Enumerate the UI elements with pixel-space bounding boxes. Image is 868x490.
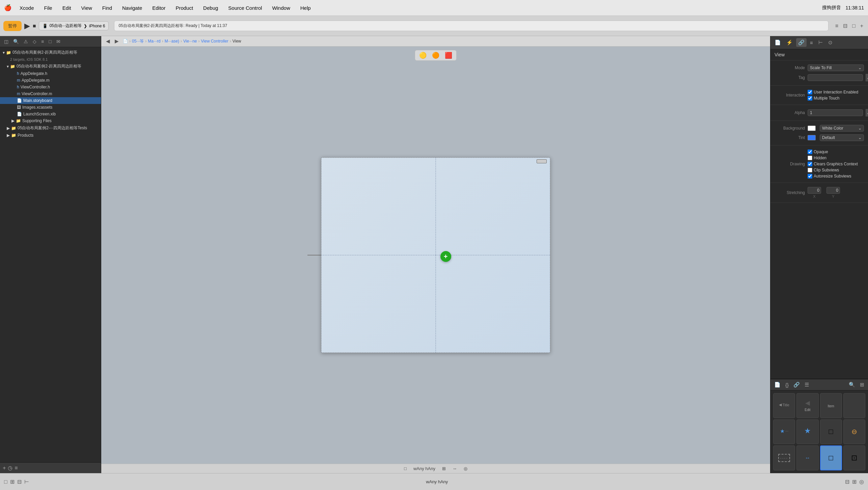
sidebar-warn-btn[interactable]: ⚠: [22, 38, 29, 45]
background-color-swatch[interactable]: [808, 126, 816, 131]
library-item-title[interactable]: ◀Title: [773, 393, 795, 418]
sidebar-search-btn[interactable]: 🔍: [12, 38, 20, 45]
sidebar-breakpoint-btn[interactable]: ◇: [31, 38, 38, 45]
menu-xcode[interactable]: Xcode: [18, 4, 36, 12]
inspector-tab-identity[interactable]: 🔗: [796, 38, 807, 47]
sidebar-report-btn[interactable]: ≡: [40, 38, 45, 45]
phone-frame[interactable]: +: [321, 157, 550, 353]
sidebar-navigator-btn[interactable]: ◫: [3, 38, 10, 45]
library-item-arrows[interactable]: ↔: [796, 445, 818, 470]
nav-back-button[interactable]: ◀: [104, 37, 112, 45]
opaque-checkbox[interactable]: [808, 149, 812, 154]
constraint-button[interactable]: ↔: [453, 466, 457, 471]
library-filter-button[interactable]: 🔍: [847, 381, 857, 389]
inspector-tab-file[interactable]: 📄: [772, 38, 783, 47]
tint-color-swatch[interactable]: [808, 135, 816, 140]
menu-navigate[interactable]: Navigate: [120, 4, 144, 12]
apple-menu[interactable]: 🍎: [4, 4, 11, 11]
inspector-tab-quick[interactable]: ⚡: [784, 38, 795, 47]
library-item-selected[interactable]: □: [820, 445, 842, 470]
library-zoom-button[interactable]: ⊞: [858, 381, 866, 389]
sidebar-thread-btn[interactable]: □: [47, 38, 53, 45]
menu-edit[interactable]: Edit: [60, 4, 73, 12]
canvas-icon-1[interactable]: 🟡: [419, 52, 427, 59]
library-item-stars[interactable]: ★ ···: [773, 419, 795, 444]
menu-help[interactable]: Help: [298, 4, 313, 12]
status-navigator-btn[interactable]: □: [4, 479, 7, 485]
hidden-checkbox[interactable]: [808, 156, 812, 160]
library-item-item[interactable]: Item: [820, 393, 842, 418]
utilities-toggle[interactable]: □: [851, 22, 857, 30]
sidebar-item-appdelegate-h[interactable]: h AppDelegate.h: [0, 70, 101, 77]
library-tab-file[interactable]: 📄: [772, 381, 782, 389]
library-item-blank1[interactable]: [843, 393, 865, 418]
library-item-blank3[interactable]: ⊡: [843, 445, 865, 470]
menu-product[interactable]: Product: [173, 4, 195, 12]
scheme-selector[interactable]: 📱 05自动···边距相等 ❯ iPhone 6: [39, 21, 109, 30]
alpha-stepper-up[interactable]: ▲: [866, 109, 868, 116]
add-file-button[interactable]: +: [3, 465, 6, 471]
clears-graphics-checkbox[interactable]: [808, 162, 812, 166]
zoom-button[interactable]: ◎: [464, 466, 467, 471]
mode-dropdown[interactable]: Scale To Fill ⌄: [808, 64, 864, 71]
library-item-back[interactable]: ◀ Edit: [796, 393, 818, 418]
library-item-star[interactable]: ★: [796, 419, 818, 444]
menu-view[interactable]: View: [79, 4, 94, 12]
menu-editor[interactable]: Editor: [150, 4, 167, 12]
layout-button[interactable]: ⊞: [442, 466, 446, 471]
tag-input[interactable]: [808, 74, 863, 81]
sidebar-item-appdelegate-m[interactable]: m AppDelegate.m: [0, 77, 101, 84]
breadcrumb-1[interactable]: 📄: [123, 39, 128, 44]
canvas-icon-2[interactable]: 🟠: [432, 52, 439, 59]
status-right-btn1[interactable]: ⊟: [845, 479, 849, 485]
sidebar-item-launchscreen-xib[interactable]: 📄 LaunchScreen.xib: [0, 111, 101, 117]
menu-window[interactable]: Window: [270, 4, 292, 12]
crosshair-button[interactable]: +: [440, 251, 451, 262]
sidebar-item-products[interactable]: ▶ 📁 Products: [0, 132, 101, 139]
user-interaction-checkbox[interactable]: [808, 90, 812, 94]
sidebar-item-images-xcassets[interactable]: 🖼 Images.xcassets: [0, 104, 101, 111]
menu-file[interactable]: File: [42, 4, 54, 12]
play-button[interactable]: ▶: [24, 22, 30, 30]
status-right-btn2[interactable]: ⊞: [852, 479, 857, 485]
editor-mode-button[interactable]: □: [404, 466, 407, 471]
sidebar-group-main[interactable]: ▾ 📁 05自动布局案例2-距离四周边距相等: [0, 62, 101, 70]
add-editor-button[interactable]: +: [859, 22, 865, 30]
status-grid-btn[interactable]: ⊞: [10, 479, 15, 485]
breadcrumb-5[interactable]: Vie···ne: [183, 39, 197, 44]
filter-button[interactable]: ◷: [8, 465, 12, 471]
alpha-input[interactable]: [808, 109, 863, 116]
project-root[interactable]: ▾ 📁 05自动布局案例2-距离四周边距相等: [0, 49, 101, 56]
sidebar-item-viewcontroller-h[interactable]: h ViewController.h: [0, 84, 101, 90]
status-right-btn3[interactable]: ◎: [859, 479, 864, 485]
multiple-touch-checkbox[interactable]: [808, 96, 812, 101]
library-item-yellow[interactable]: ⊖: [843, 419, 865, 444]
breadcrumb-2[interactable]: 05···等: [132, 38, 144, 44]
breadcrumb-4[interactable]: M···ase): [165, 39, 179, 44]
library-tab-list[interactable]: ☰: [803, 381, 811, 389]
sidebar-item-supporting-files[interactable]: ▶ 📁 Supporting Files: [0, 117, 101, 124]
inspector-tab-connections[interactable]: ⊙: [826, 38, 835, 47]
stop-square-button[interactable]: ■: [33, 23, 36, 29]
inspector-tab-size[interactable]: ⊢: [816, 38, 825, 47]
sidebar-log-btn[interactable]: ✉: [55, 38, 62, 45]
stop-button[interactable]: 暂停: [3, 21, 22, 31]
autoresize-checkbox[interactable]: [808, 174, 812, 179]
inspector-tab-attributes[interactable]: ≡: [808, 38, 815, 47]
breadcrumb-3[interactable]: Ma···rd: [148, 39, 160, 44]
library-tab-link[interactable]: 🔗: [792, 381, 802, 389]
sidebar-item-viewcontroller-m[interactable]: m ViewController.m: [0, 90, 101, 97]
menu-debug[interactable]: Debug: [201, 4, 220, 12]
nav-forward-button[interactable]: ▶: [113, 37, 121, 45]
tint-dropdown[interactable]: Default ⌄: [820, 134, 864, 141]
status-test-btn[interactable]: ⊢: [24, 479, 29, 485]
stretch-x-input[interactable]: [808, 187, 821, 194]
library-item-dotted1[interactable]: ····: [773, 445, 795, 470]
stretch-y-input[interactable]: [826, 187, 840, 194]
library-tab-code[interactable]: {}: [784, 381, 790, 389]
background-dropdown[interactable]: White Color ⌄: [820, 125, 864, 132]
size-class-button[interactable]: wAny hAny: [413, 466, 435, 471]
breadcrumb-7[interactable]: View: [233, 39, 241, 44]
tag-stepper-up[interactable]: ▲: [866, 74, 868, 81]
menu-source-control[interactable]: Source Control: [226, 4, 264, 12]
